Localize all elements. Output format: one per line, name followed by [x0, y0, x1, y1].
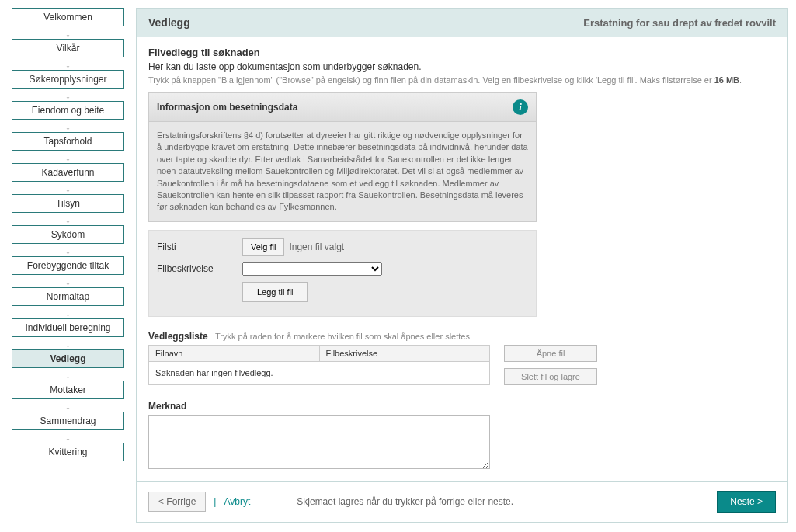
footer-bar: < Forrige | Avbryt Skjemaet lagres når d… — [137, 481, 787, 522]
sidebar-step-2[interactable]: Søkeropplysninger — [12, 70, 124, 89]
filelist-heading: Vedleggsliste — [148, 331, 208, 342]
help-post: . — [739, 75, 742, 85]
help-pre: Trykk på knappen "Bla igjennom" ("Browse… — [148, 75, 714, 85]
sidebar-step-14[interactable]: Kvittering — [12, 443, 124, 461]
main-panel: Vedlegg Erstatning for sau drept av fred… — [136, 8, 788, 523]
arrow-down-icon: ↓ — [65, 276, 71, 287]
sidebar-step-1[interactable]: Vilkår — [12, 39, 124, 57]
footer-hint: Skjemaet lagres når du trykker på forrig… — [297, 496, 513, 507]
arrow-down-icon: ↓ — [65, 369, 71, 380]
sidebar-step-5[interactable]: Kadaverfunn — [12, 163, 124, 182]
intro-heading: Filvedlegg til søknaden — [148, 47, 776, 58]
cancel-link[interactable]: Avbryt — [224, 496, 250, 507]
sidebar-step-11[interactable]: Vedlegg — [12, 349, 124, 368]
sidebar-step-10[interactable]: Individuell beregning — [12, 318, 124, 337]
add-file-button[interactable]: Legg til fil — [242, 282, 308, 302]
info-box-body: Erstatningsforskriftens §4 d) forutsette… — [149, 122, 536, 221]
file-desc-select[interactable] — [242, 262, 382, 276]
col-filename: Filnavn — [149, 345, 320, 361]
arrow-down-icon: ↓ — [65, 338, 71, 349]
merknad-label: Merknad — [148, 401, 776, 412]
info-box-title: Informasjon om besetningsdata — [157, 102, 297, 113]
arrow-down-icon: ↓ — [65, 120, 71, 131]
file-list-area: Filnavn Filbeskrivelse Søknaden har inge… — [148, 345, 776, 385]
arrow-down-icon: ↓ — [65, 245, 71, 256]
sidebar-step-9[interactable]: Normaltap — [12, 287, 124, 306]
sidebar-step-3[interactable]: Eiendom og beite — [12, 101, 124, 120]
page-title: Vedlegg — [148, 16, 190, 29]
wizard-sidebar: Velkommen↓Vilkår↓Søkeropplysninger↓Eiend… — [8, 8, 128, 523]
sidebar-step-0[interactable]: Velkommen — [12, 8, 124, 26]
arrow-down-icon: ↓ — [65, 431, 71, 442]
sidebar-step-12[interactable]: Mottaker — [12, 381, 124, 399]
arrow-down-icon: ↓ — [65, 89, 71, 100]
no-file-text: Ingen fil valgt — [289, 242, 344, 252]
content-area: Filvedlegg til søknaden Her kan du laste… — [137, 37, 787, 481]
merknad-input[interactable] — [148, 415, 490, 469]
header-bar: Vedlegg Erstatning for sau drept av fred… — [137, 9, 787, 37]
intro-help: Trykk på knappen "Bla igjennom" ("Browse… — [148, 75, 776, 85]
arrow-down-icon: ↓ — [65, 58, 71, 69]
next-button[interactable]: Neste > — [717, 491, 776, 513]
table-row[interactable]: Søknaden har ingen filvedlegg. — [149, 361, 490, 384]
page-subtitle: Erstatning for sau drept av fredet rovvi… — [583, 17, 776, 29]
sidebar-step-6[interactable]: Tilsyn — [12, 194, 124, 213]
arrow-down-icon: ↓ — [65, 214, 71, 224]
empty-row: Søknaden har ingen filvedlegg. — [149, 361, 490, 384]
intro-desc: Her kan du laste opp dokumentasjon som u… — [148, 61, 776, 72]
file-upload-form: Filsti Velg fil Ingen fil valgt Filbeskr… — [148, 230, 537, 317]
file-actions: Åpne fil Slett fil og lagre — [504, 345, 597, 385]
choose-file-button[interactable]: Velg fil — [242, 238, 284, 256]
arrow-down-icon: ↓ — [65, 307, 71, 318]
open-file-button[interactable]: Åpne fil — [504, 345, 597, 362]
footer-separator: | — [214, 496, 216, 507]
filelist-hint: Trykk på raden for å markere hvilken fil… — [215, 332, 470, 341]
sidebar-step-4[interactable]: Tapsforhold — [12, 132, 124, 151]
info-icon: i — [513, 99, 528, 115]
sidebar-step-13[interactable]: Sammendrag — [12, 412, 124, 430]
arrow-down-icon: ↓ — [65, 27, 71, 38]
delete-file-button[interactable]: Slett fil og lagre — [504, 368, 597, 385]
info-box-header: Informasjon om besetningsdata i — [149, 93, 536, 122]
info-box: Informasjon om besetningsdata i Erstatni… — [148, 92, 537, 222]
arrow-down-icon: ↓ — [65, 183, 71, 193]
file-desc-label: Filbeskrivelse — [157, 263, 242, 274]
previous-button[interactable]: < Forrige — [148, 492, 206, 512]
sidebar-step-8[interactable]: Forebyggende tiltak — [12, 256, 124, 275]
sidebar-step-7[interactable]: Sykdom — [12, 225, 124, 244]
help-bold: 16 MB — [714, 75, 739, 85]
file-path-label: Filsti — [157, 242, 242, 252]
col-filedesc: Filbeskrivelse — [319, 345, 490, 361]
arrow-down-icon: ↓ — [65, 400, 71, 411]
arrow-down-icon: ↓ — [65, 151, 71, 162]
file-table: Filnavn Filbeskrivelse Søknaden har inge… — [148, 345, 490, 385]
